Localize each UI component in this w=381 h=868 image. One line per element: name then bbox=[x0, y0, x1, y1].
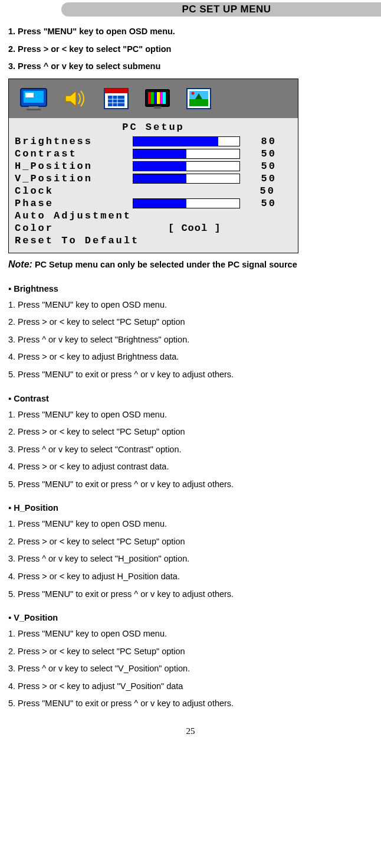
intro-step: 3. Press ^ or v key to select submenu bbox=[8, 61, 373, 73]
slider-track bbox=[133, 136, 240, 146]
svg-rect-15 bbox=[154, 92, 157, 104]
svg-point-23 bbox=[192, 92, 195, 94]
section-heading: ▪ Contrast bbox=[8, 394, 373, 403]
intro-step: 2. Press > or < key to select "PC" optio… bbox=[8, 44, 373, 56]
osd-row-hposition: H_Position 50 bbox=[15, 160, 292, 172]
section-step: 5. Press "MENU" to exit or press ^ or v … bbox=[8, 698, 373, 710]
osd-body: PC Setup Brightness 80 Contrast 50 H_Pos… bbox=[9, 118, 298, 253]
osd-title: PC Setup bbox=[15, 122, 292, 133]
svg-rect-2 bbox=[25, 93, 34, 97]
section-step: 3. Press ^ or v key to select "H_positio… bbox=[8, 553, 373, 565]
section-step: 3. Press ^ or v key to select "V_Positio… bbox=[8, 663, 373, 675]
slider-fill bbox=[133, 199, 186, 208]
section-step: 2. Press > or < key to select "PC Setup"… bbox=[8, 426, 373, 438]
svg-rect-6 bbox=[104, 89, 128, 93]
slider-fill bbox=[133, 174, 186, 183]
section-step: 3. Press ^ or v key to select "Brightnes… bbox=[8, 334, 373, 346]
osd-row-color: Color [ Cool ] bbox=[15, 222, 292, 234]
svg-rect-13 bbox=[148, 92, 151, 104]
section-brightness: ▪ Brightness 1. Press "MENU" key to open… bbox=[8, 284, 373, 381]
osd-row-phase: Phase 50 bbox=[15, 197, 292, 210]
section-step: 2. Press > or < key to select "PC Setup"… bbox=[8, 536, 373, 548]
section-step: 5. Press "MENU" to exit or press ^ or v … bbox=[8, 589, 373, 601]
section-step: 5. Press "MENU" to exit or press ^ or v … bbox=[8, 369, 373, 381]
section-vposition: ▪ V_Position 1. Press "MENU" key to open… bbox=[8, 613, 373, 710]
osd-icon-row bbox=[9, 79, 298, 118]
slider-fill bbox=[133, 162, 186, 171]
svg-rect-19 bbox=[154, 106, 161, 109]
picture-icon bbox=[185, 86, 213, 111]
section-step: 1. Press "MENU" key to open OSD menu. bbox=[8, 518, 373, 530]
section-step: 1. Press "MENU" key to open OSD menu. bbox=[8, 409, 373, 421]
svg-rect-4 bbox=[27, 109, 41, 110]
calendar-icon bbox=[102, 86, 130, 111]
svg-rect-16 bbox=[157, 92, 160, 104]
osd-screenshot: PC Setup Brightness 80 Contrast 50 H_Pos… bbox=[8, 79, 298, 253]
svg-rect-22 bbox=[189, 99, 208, 106]
section-heading: ▪ Brightness bbox=[8, 284, 373, 293]
page-number: 25 bbox=[8, 726, 373, 736]
note: Note: PC Setup menu can only be selected… bbox=[8, 259, 373, 270]
slider-track bbox=[133, 149, 240, 159]
osd-row-vposition: V_Position 50 bbox=[15, 172, 292, 185]
section-step: 1. Press "MENU" key to open OSD menu. bbox=[8, 299, 373, 311]
tv-bars-icon bbox=[143, 86, 172, 111]
svg-rect-17 bbox=[160, 92, 163, 104]
monitor-icon bbox=[19, 86, 48, 111]
page-title: PC SET UP MENU bbox=[61, 2, 381, 17]
section-contrast: ▪ Contrast 1. Press "MENU" key to open O… bbox=[8, 394, 373, 491]
svg-rect-18 bbox=[163, 92, 166, 104]
intro-steps: 1. Press "MENU" key to open OSD menu. 2.… bbox=[8, 26, 373, 73]
intro-step: 1. Press "MENU" key to open OSD menu. bbox=[8, 26, 373, 38]
section-step: 2. Press > or < key to select "PC Setup"… bbox=[8, 316, 373, 328]
osd-row-brightness: Brightness 80 bbox=[15, 135, 292, 148]
osd-row-clock: Clock 50 bbox=[15, 185, 292, 197]
osd-row-reset: Reset To Default bbox=[15, 234, 292, 247]
section-step: 3. Press ^ or v key to select "Contrast"… bbox=[8, 444, 373, 456]
section-hposition: ▪ H_Position 1. Press "MENU" key to open… bbox=[8, 503, 373, 600]
svg-rect-7 bbox=[108, 96, 124, 106]
section-step: 5. Press "MENU" to exit or press ^ or v … bbox=[8, 479, 373, 491]
speaker-icon bbox=[61, 86, 89, 111]
slider-track bbox=[133, 161, 240, 171]
section-step: 4. Press > or < key to adjust H_Position… bbox=[8, 571, 373, 583]
section-step: 1. Press "MENU" key to open OSD menu. bbox=[8, 628, 373, 640]
section-step: 4. Press > or < key to adjust "V_Positio… bbox=[8, 681, 373, 693]
section-step: 4. Press > or < key to adjust Brightness… bbox=[8, 351, 373, 363]
osd-row-contrast: Contrast 50 bbox=[15, 148, 292, 160]
slider-fill bbox=[133, 137, 218, 146]
section-step: 2. Press > or < key to select "PC Setup"… bbox=[8, 646, 373, 658]
section-heading: ▪ V_Position bbox=[8, 613, 373, 622]
section-step: 4. Press > or < key to adjust contrast d… bbox=[8, 461, 373, 473]
svg-rect-14 bbox=[151, 92, 154, 104]
svg-rect-3 bbox=[29, 106, 38, 109]
section-heading: ▪ H_Position bbox=[8, 503, 373, 513]
osd-row-auto: Auto Adjustment bbox=[15, 210, 292, 222]
slider-track bbox=[133, 198, 240, 208]
slider-fill bbox=[133, 149, 186, 158]
slider-track bbox=[133, 174, 240, 184]
